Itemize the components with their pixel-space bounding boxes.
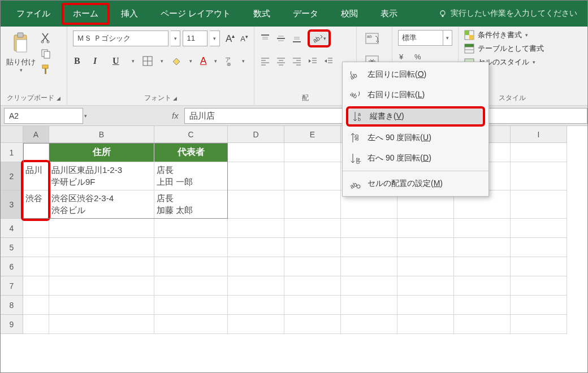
col-header-D[interactable]: D (228, 126, 284, 143)
cell-C9[interactable] (154, 315, 228, 334)
cell-A6[interactable] (23, 257, 49, 276)
font-color-dropdown-icon[interactable]: ▾ (214, 58, 217, 64)
col-header-E[interactable]: E (284, 126, 341, 143)
cell-I8[interactable] (511, 296, 567, 315)
cell-C5[interactable] (154, 238, 228, 257)
font-name-combo[interactable]: ＭＳ Ｐゴシック (73, 31, 168, 46)
cell-A2[interactable]: 品川 (23, 162, 49, 190)
row-header-9[interactable]: 9 (1, 315, 23, 334)
row-header-7[interactable]: 7 (1, 276, 23, 296)
cell-I2[interactable] (511, 162, 567, 190)
cell-E9[interactable] (284, 315, 341, 334)
cell-H9[interactable] (454, 315, 511, 334)
font-launcher-icon[interactable]: ◢ (173, 96, 177, 101)
cell-G4[interactable] (397, 219, 454, 238)
cell-H6[interactable] (454, 257, 511, 276)
cell-I1[interactable] (511, 143, 567, 162)
cell-B8[interactable] (49, 296, 154, 315)
phonetic-dropdown-icon[interactable]: ▾ (242, 58, 245, 64)
cell-C4[interactable] (154, 219, 228, 238)
decrease-indent-icon[interactable] (308, 56, 318, 66)
tab-insert[interactable]: 挿入 (110, 3, 149, 25)
cell-E5[interactable] (284, 238, 341, 257)
cell-C6[interactable] (154, 257, 228, 276)
tell-me-box[interactable]: 実行したい作業を入力してください (438, 8, 587, 19)
cell-B4[interactable] (49, 219, 154, 238)
bold-button[interactable]: B (74, 56, 85, 66)
cell-B6[interactable] (49, 257, 154, 276)
paste-button[interactable] (8, 30, 34, 56)
menu-rotate-90-left[interactable]: ab 左へ 90 度回転(U) (343, 128, 488, 148)
borders-button[interactable] (142, 56, 153, 66)
font-size-dropdown-icon[interactable]: ▾ (210, 31, 220, 46)
menu-rotate-cw[interactable]: ab 右回りに回転(L) (343, 85, 488, 105)
cell-F6[interactable] (341, 257, 397, 276)
cell-D5[interactable] (228, 238, 284, 257)
cell-C1[interactable]: 代表者 (154, 143, 228, 162)
paste-dropdown-icon[interactable]: ▾ (20, 67, 23, 73)
fill-color-button[interactable] (171, 56, 181, 66)
cell-E6[interactable] (284, 257, 341, 276)
menu-vertical-text[interactable]: ab 縦書き(V) (346, 106, 485, 127)
cell-E1[interactable] (284, 143, 341, 162)
number-format-dropdown-icon[interactable]: ▾ (443, 30, 452, 46)
name-box-dropdown-icon[interactable]: ▾ (84, 113, 87, 119)
cell-I6[interactable] (511, 257, 567, 276)
cell-D8[interactable] (228, 296, 284, 315)
name-box[interactable]: A2 (4, 108, 83, 124)
cell-H7[interactable] (454, 276, 511, 296)
col-header-A[interactable]: A (23, 126, 49, 143)
cell-A4[interactable] (23, 219, 49, 238)
select-all-corner[interactable] (1, 126, 23, 143)
grow-font-icon[interactable]: A▴ (226, 33, 235, 45)
cell-G8[interactable] (397, 296, 454, 315)
col-header-C[interactable]: C (154, 126, 228, 143)
align-right-icon[interactable] (292, 56, 302, 66)
font-color-button[interactable]: A (200, 55, 206, 67)
cell-F5[interactable] (341, 238, 397, 257)
cell-A5[interactable] (23, 238, 49, 257)
cell-G7[interactable] (397, 276, 454, 296)
cell-G5[interactable] (397, 238, 454, 257)
row-header-1[interactable]: 1 (1, 143, 23, 162)
row-header-2[interactable]: 2 (1, 162, 23, 190)
cell-G6[interactable] (397, 257, 454, 276)
orientation-button[interactable]: ab ▾ (308, 29, 331, 47)
cell-E2[interactable] (284, 162, 341, 190)
borders-dropdown-icon[interactable]: ▾ (161, 58, 163, 64)
cell-E8[interactable] (284, 296, 341, 315)
number-format-combo[interactable]: 標準 (398, 30, 443, 46)
col-header-I[interactable]: I (511, 126, 567, 143)
format-as-table-button[interactable]: テーブルとして書式 (464, 44, 560, 54)
row-header-5[interactable]: 5 (1, 238, 23, 257)
cell-I4[interactable] (511, 219, 567, 238)
format-painter-icon[interactable] (40, 64, 51, 75)
cell-C2[interactable]: 店長 上田 一郎 (154, 162, 228, 190)
cell-B2[interactable]: 品川区東品川1-2-3 学研ビル9F (49, 162, 154, 190)
align-middle-icon[interactable] (276, 33, 286, 44)
cell-H4[interactable] (454, 219, 511, 238)
align-top-icon[interactable] (260, 33, 270, 44)
menu-rotate-ccw[interactable]: ab 左回りに回転(O) (343, 64, 488, 85)
currency-button[interactable]: ¥ (398, 51, 408, 62)
col-header-B[interactable]: B (49, 126, 154, 143)
cell-E4[interactable] (284, 219, 341, 238)
wrap-text-button[interactable]: ab (362, 30, 382, 47)
cell-H8[interactable] (454, 296, 511, 315)
cell-C7[interactable] (154, 276, 228, 296)
cell-E7[interactable] (284, 276, 341, 296)
align-center-icon[interactable] (276, 56, 286, 66)
cell-G9[interactable] (397, 315, 454, 334)
cell-B7[interactable] (49, 276, 154, 296)
phonetic-guide-icon[interactable]: ア亜 (225, 56, 234, 66)
italic-button[interactable]: I (93, 56, 105, 66)
underline-dropdown-icon[interactable]: ▾ (132, 58, 135, 64)
cell-D2[interactable] (228, 162, 284, 190)
underline-button[interactable]: U (113, 56, 124, 66)
cell-D4[interactable] (228, 219, 284, 238)
cell-D1[interactable] (228, 143, 284, 162)
cell-B3[interactable]: 渋谷区渋谷2-3-4 渋谷ビル (49, 190, 154, 219)
copy-icon[interactable] (40, 48, 51, 59)
tab-data[interactable]: データ (282, 3, 330, 25)
tab-review[interactable]: 校閲 (330, 3, 369, 25)
